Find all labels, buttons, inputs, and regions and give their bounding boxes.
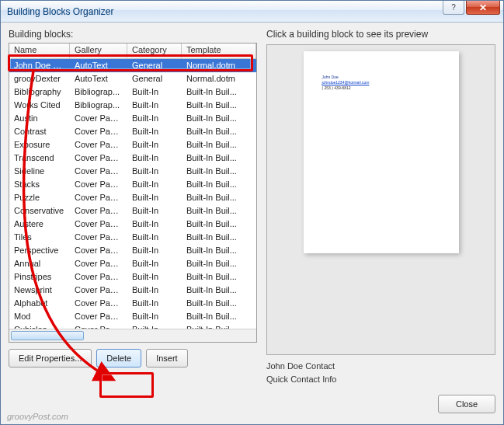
preview-description-label: Quick Contact Info	[266, 373, 495, 386]
right-pane: Click a building block to see its previe…	[266, 29, 495, 385]
cell-category: Built-In	[127, 138, 182, 152]
cell-name: Pinstripes	[9, 270, 70, 284]
cell-template: Built-In Buil...	[182, 99, 256, 112]
insert-button[interactable]: Insert	[146, 349, 188, 368]
cell-name: Austin	[9, 112, 70, 125]
column-name[interactable]: Name	[9, 44, 70, 58]
preview-info: John Doe Contact Quick Contact Info	[266, 360, 495, 385]
cell-template: Built-In Buil...	[182, 257, 256, 270]
help-icon: ?	[451, 3, 456, 12]
cell-name: Austere	[9, 218, 70, 231]
titlebar-buttons: ? ✕	[443, 1, 500, 15]
table-row[interactable]: ContrastCover PagesBuilt-InBuilt-In Buil…	[9, 125, 256, 138]
table-row[interactable]: John Doe C...AutoTextGeneralNormal.dotm	[9, 59, 256, 72]
cell-category: Built-In	[127, 125, 182, 138]
cell-category: Built-In	[127, 191, 182, 204]
cell-gallery: Bibliograp...	[70, 85, 127, 99]
cell-name: Alphabet	[9, 297, 70, 310]
column-gallery[interactable]: Gallery	[70, 44, 127, 58]
cell-name: Puzzle	[9, 191, 70, 204]
cell-gallery: Cover Pages	[70, 323, 127, 329]
cell-template: Built-In Buil...	[182, 138, 256, 152]
cell-template: Built-In Buil...	[182, 125, 256, 138]
table-row[interactable]: PinstripesCover PagesBuilt-InBuilt-In Bu…	[9, 270, 256, 284]
titlebar[interactable]: Building Blocks Organizer ? ✕	[1, 1, 503, 23]
cell-gallery: Cover Pages	[70, 138, 127, 152]
table-body[interactable]: John Doe C...AutoTextGeneralNormal.dotmg…	[9, 59, 256, 329]
table-row[interactable]: AustinCover PagesBuilt-InBuilt-In Buil..…	[9, 112, 256, 125]
help-button[interactable]: ?	[443, 1, 464, 15]
cell-template: Built-In Buil...	[182, 178, 256, 191]
cell-gallery: Cover Pages	[70, 310, 127, 323]
cell-gallery: Cover Pages	[70, 165, 127, 178]
table-row[interactable]: ModCover PagesBuilt-InBuilt-In Buil...	[9, 310, 256, 323]
close-window-button[interactable]: ✕	[466, 1, 500, 15]
table-row[interactable]: NewsprintCover PagesBuilt-InBuilt-In Bui…	[9, 284, 256, 297]
cell-category: Built-In	[127, 99, 182, 112]
table-row[interactable]: BibliographyBibliograp...Built-InBuilt-I…	[9, 85, 256, 99]
table-row[interactable]: CubiclesCover PagesBuilt-InBuilt-In Buil…	[9, 323, 256, 329]
cell-name: John Doe C...	[9, 59, 70, 72]
cell-template: Built-In Buil...	[182, 244, 256, 257]
preview-label: Click a building block to see its previe…	[266, 29, 495, 40]
cell-template: Built-In Buil...	[182, 204, 256, 218]
cell-name: Bibliography	[9, 85, 70, 99]
cell-name: Annual	[9, 257, 70, 270]
cell-name: groovDexter	[9, 72, 70, 85]
horizontal-scrollbar-thumb[interactable]	[11, 331, 84, 340]
cell-gallery: Bibliograp...	[70, 99, 127, 112]
edit-properties-button[interactable]: Edit Properties...	[9, 349, 92, 368]
close-button[interactable]: Close	[438, 395, 495, 413]
cell-name: Tiles	[9, 231, 70, 244]
table-row[interactable]: ExposureCover PagesBuilt-InBuilt-In Buil…	[9, 138, 256, 152]
column-category[interactable]: Category	[127, 44, 182, 58]
cell-template: Built-In Buil...	[182, 85, 256, 99]
watermark: groovyPost.com	[7, 412, 68, 421]
table-row[interactable]: groovDexterAutoTextGeneralNormal.dotm	[9, 72, 256, 85]
cell-category: Built-In	[127, 270, 182, 284]
table-row[interactable]: AustereCover PagesBuilt-InBuilt-In Buil.…	[9, 218, 256, 231]
table-header: Name Gallery Category Template	[9, 44, 256, 59]
cell-template: Built-In Buil...	[182, 284, 256, 297]
cell-category: Built-In	[127, 112, 182, 125]
cell-category: General	[127, 59, 182, 72]
cell-template: Built-In Buil...	[182, 323, 256, 329]
table-row[interactable]: ConservativeCover PagesBuilt-InBuilt-In …	[9, 204, 256, 218]
cell-category: Built-In	[127, 244, 182, 257]
cell-category: Built-In	[127, 297, 182, 310]
cell-name: Transcend	[9, 152, 70, 165]
preview-line-name: John Doe	[322, 75, 440, 80]
table-row[interactable]: TranscendCover PagesBuilt-InBuilt-In Bui…	[9, 152, 256, 165]
cell-name: Contrast	[9, 125, 70, 138]
table-row[interactable]: AlphabetCover PagesBuilt-InBuilt-In Buil…	[9, 297, 256, 310]
delete-button[interactable]: Delete	[96, 349, 141, 368]
preview-box: John Doe johndoe1234@hotmail.com ( 253 )…	[266, 44, 495, 355]
cell-template: Built-In Buil...	[182, 310, 256, 323]
cell-category: Built-In	[127, 218, 182, 231]
cell-gallery: Cover Pages	[70, 152, 127, 165]
table-row[interactable]: Works CitedBibliograp...Built-InBuilt-In…	[9, 99, 256, 112]
table-row[interactable]: TilesCover PagesBuilt-InBuilt-In Buil...	[9, 231, 256, 244]
table-row[interactable]: PuzzleCover PagesBuilt-InBuilt-In Buil..…	[9, 191, 256, 204]
table-row[interactable]: StacksCover PagesBuilt-InBuilt-In Buil..…	[9, 178, 256, 191]
cell-gallery: Cover Pages	[70, 270, 127, 284]
table-row[interactable]: SidelineCover PagesBuilt-InBuilt-In Buil…	[9, 165, 256, 178]
preview-line-phone: ( 253 ) 439-8812	[322, 85, 440, 91]
cell-template: Built-In Buil...	[182, 218, 256, 231]
cell-gallery: Cover Pages	[70, 178, 127, 191]
cell-template: Built-In Buil...	[182, 231, 256, 244]
table-row[interactable]: AnnualCover PagesBuilt-InBuilt-In Buil..…	[9, 257, 256, 270]
horizontal-scrollbar[interactable]	[9, 329, 256, 342]
cell-template: Built-In Buil...	[182, 297, 256, 310]
cell-name: Stacks	[9, 178, 70, 191]
cell-gallery: Cover Pages	[70, 297, 127, 310]
cell-category: Built-In	[127, 152, 182, 165]
table-row[interactable]: PerspectiveCover PagesBuilt-InBuilt-In B…	[9, 244, 256, 257]
cell-gallery: Cover Pages	[70, 218, 127, 231]
building-blocks-table: Name Gallery Category Template John Doe …	[9, 43, 257, 343]
table-button-row: Edit Properties... Delete Insert	[9, 349, 257, 368]
cell-name: Works Cited	[9, 99, 70, 112]
column-template[interactable]: Template	[182, 44, 256, 58]
cell-name: Newsprint	[9, 284, 70, 297]
cell-name: Exposure	[9, 138, 70, 152]
